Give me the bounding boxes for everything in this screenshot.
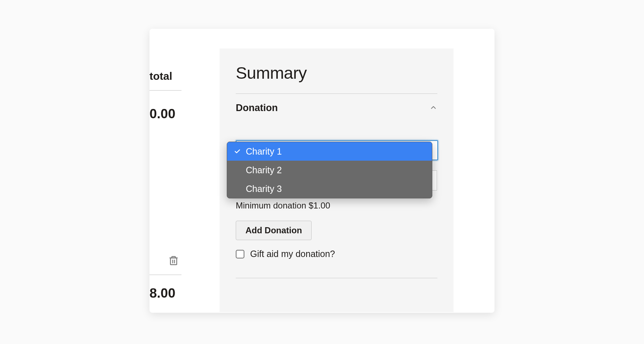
svg-rect-0: [170, 258, 177, 265]
add-donation-button[interactable]: Add Donation: [236, 221, 312, 240]
donation-header[interactable]: Donation: [236, 102, 437, 114]
giftaid-label: Gift aid my donation?: [250, 249, 335, 259]
chevron-up-icon: [429, 104, 437, 113]
divider: [236, 93, 437, 94]
dropdown-option-charity-1[interactable]: Charity 1: [227, 142, 432, 161]
left-column: total 0.00 8.00: [150, 29, 220, 313]
charity-dropdown-menu: Charity 1 Charity 2 Charity 3: [227, 142, 432, 198]
dropdown-option-charity-3[interactable]: Charity 3: [227, 179, 432, 198]
check-icon: [234, 148, 244, 155]
summary-panel: Summary Donation $1.00 Minimum donation …: [220, 49, 454, 312]
minimum-donation-text: Minimum donation $1.00: [236, 201, 437, 211]
trash-row: [150, 254, 220, 268]
dropdown-option-label: Charity 2: [246, 165, 282, 175]
dropdown-option-charity-2[interactable]: Charity 2: [227, 161, 432, 179]
divider: [150, 275, 181, 275]
donation-label: Donation: [236, 102, 278, 114]
divider: [236, 278, 437, 278]
dropdown-option-label: Charity 3: [246, 184, 282, 194]
divider: [150, 90, 181, 91]
checkout-card: total 0.00 8.00 Summary Donation: [150, 29, 494, 313]
trash-icon[interactable]: [168, 254, 179, 268]
dropdown-option-label: Charity 1: [246, 146, 282, 157]
line-total-amount: 0.00: [150, 106, 220, 121]
giftaid-row: Gift aid my donation?: [236, 249, 437, 259]
grand-total-amount: 8.00: [150, 286, 220, 301]
summary-title: Summary: [236, 63, 437, 83]
giftaid-checkbox[interactable]: [236, 250, 244, 258]
total-label: total: [150, 70, 220, 82]
